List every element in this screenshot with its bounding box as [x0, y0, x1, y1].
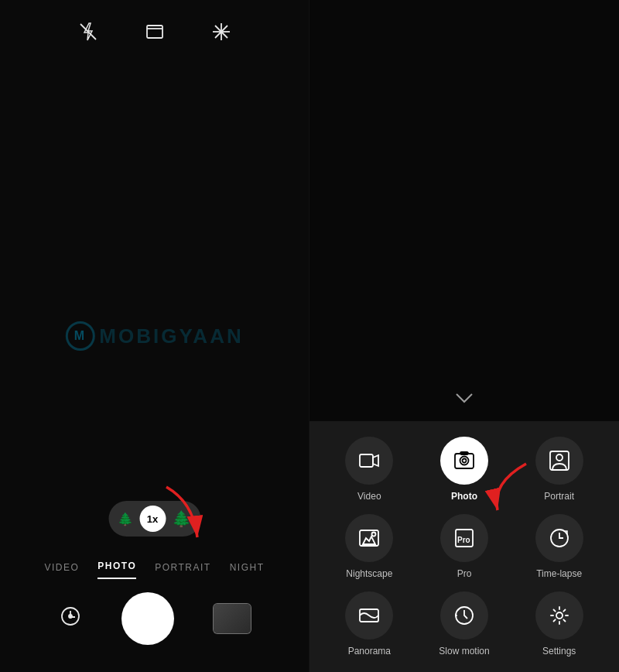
- mode-item-nightscape[interactable]: Nightscape: [334, 514, 404, 579]
- svg-text:Pro: Pro: [457, 536, 470, 544]
- pro-mode-label: Pro: [457, 568, 472, 579]
- mode-item-slowmotion[interactable]: Slow motion: [429, 591, 499, 657]
- mode-item-panorama[interactable]: Panorama: [334, 591, 404, 657]
- gallery-thumbnail[interactable]: [213, 603, 251, 634]
- timelapse-mode-label: Time-lapse: [536, 568, 582, 579]
- chevron-down-icon[interactable]: [455, 389, 474, 407]
- svg-point-15: [556, 454, 563, 461]
- mode-item-pro[interactable]: Pro Pro: [429, 514, 499, 579]
- svg-point-24: [556, 612, 563, 619]
- mode-row-2: Nightscape Pro Pro: [322, 514, 607, 579]
- watermark-circle: M: [65, 321, 94, 351]
- camera-viewfinder-right: [310, 0, 619, 421]
- video-mode-label: Video: [357, 491, 381, 502]
- watermark: M MOBIGYAAN: [65, 321, 243, 351]
- video-mode-icon[interactable]: [345, 437, 393, 485]
- settings-mode-label: Settings: [542, 646, 576, 657]
- annotation-arrow-left: [151, 479, 221, 552]
- svg-point-12: [462, 459, 466, 463]
- tab-portrait[interactable]: PORTRAIT: [155, 562, 210, 579]
- slowmotion-mode-label: Slow motion: [439, 646, 489, 657]
- svg-point-11: [460, 457, 468, 465]
- mode-tabs: VIDEO PHOTO PORTRAIT NIGHT: [0, 561, 309, 579]
- shutter-button[interactable]: [121, 592, 174, 645]
- annotation-arrow-right: [468, 452, 545, 533]
- svg-rect-1: [147, 26, 162, 38]
- tab-photo[interactable]: PHOTO: [97, 561, 136, 579]
- aspect-ratio-icon[interactable]: [145, 22, 165, 46]
- top-icons-bar: [0, 22, 309, 46]
- left-camera-panel: M MOBIGYAAN 🌲 1x 🌲 VIDEO PHOTO PORTRAIT: [0, 0, 310, 672]
- zoom-wide-icon: 🌲: [118, 512, 133, 526]
- flash-off-icon[interactable]: [78, 22, 98, 46]
- svg-point-8: [69, 615, 72, 618]
- ai-sparkle-icon[interactable]: [211, 22, 231, 46]
- panorama-mode-icon[interactable]: [345, 591, 393, 639]
- settings-mode-icon[interactable]: [535, 591, 583, 639]
- mode-item-video[interactable]: Video: [334, 437, 404, 502]
- timelapse-mode-icon[interactable]: [535, 514, 583, 562]
- mode-item-settings[interactable]: Settings: [525, 591, 594, 657]
- panorama-mode-label: Panorama: [348, 646, 391, 657]
- mode-row-3: Panorama Slow motion: [322, 591, 607, 657]
- nightscape-mode-icon[interactable]: [345, 514, 393, 562]
- portrait-mode-label: Portrait: [544, 491, 574, 502]
- tab-night[interactable]: NIGHT: [230, 562, 265, 579]
- mode-row-1: Video Photo: [322, 437, 607, 502]
- camera-controls-bar: [0, 592, 309, 645]
- nightscape-mode-label: Nightscape: [346, 568, 392, 579]
- thumbnail-image: [214, 604, 251, 633]
- slowmotion-mode-icon[interactable]: [440, 591, 488, 639]
- right-panel: Video Photo: [310, 0, 619, 672]
- camera-mode-grid: Video Photo: [310, 421, 619, 672]
- svg-point-17: [372, 533, 376, 537]
- svg-rect-9: [360, 454, 373, 467]
- selfie-timer-icon[interactable]: [58, 604, 83, 634]
- tab-video[interactable]: VIDEO: [44, 562, 79, 579]
